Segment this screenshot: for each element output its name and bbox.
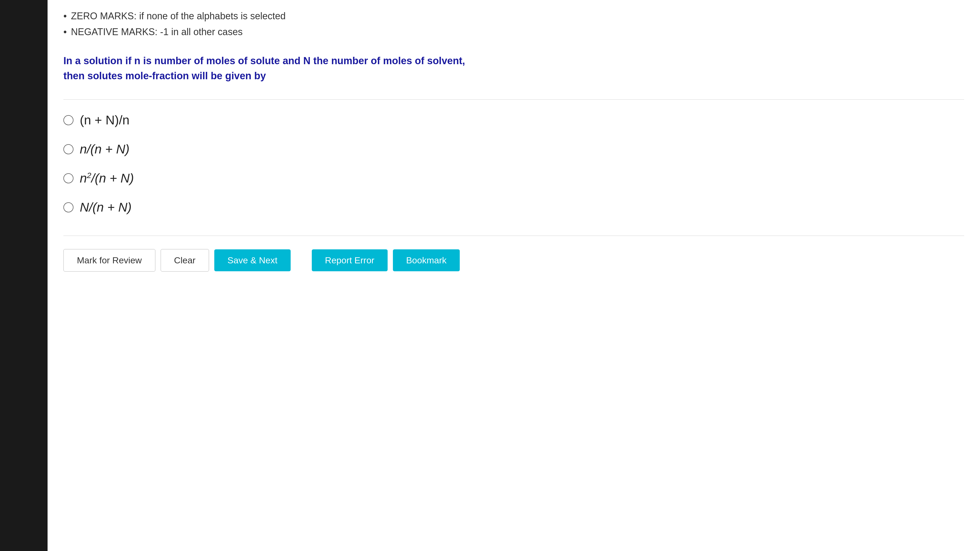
zero-marks-bullet: ZERO MARKS: if none of the alphabets is … <box>64 11 964 22</box>
left-sidebar <box>0 0 48 551</box>
option-d-radio[interactable] <box>64 202 73 212</box>
option-b[interactable]: n/(n + N) <box>64 142 964 156</box>
option-c-text: n2/(n + N) <box>80 171 134 186</box>
zero-marks-text: ZERO MARKS: if none of the alphabets is … <box>71 11 286 22</box>
option-b-radio[interactable] <box>64 144 73 154</box>
report-error-button[interactable]: Report Error <box>312 249 388 271</box>
option-d-text: N/(n + N) <box>80 200 132 214</box>
bookmark-button[interactable]: Bookmark <box>393 249 460 271</box>
clear-button[interactable]: Clear <box>161 249 209 272</box>
marking-scheme-bullets: ZERO MARKS: if none of the alphabets is … <box>64 11 964 38</box>
option-b-text: n/(n + N) <box>80 142 129 156</box>
option-a[interactable]: (n + N)/n <box>64 113 964 127</box>
save-next-button[interactable]: Save & Next <box>214 249 291 271</box>
mark-for-review-button[interactable]: Mark for Review <box>64 249 155 272</box>
option-a-text: (n + N)/n <box>80 113 129 127</box>
options-container: (n + N)/n n/(n + N) n2/(n + N) N/(n + N) <box>64 113 964 214</box>
negative-marks-text: NEGATIVE MARKS: -1 in all other cases <box>71 26 243 38</box>
question-text: In a solution if n is number of moles of… <box>64 53 486 84</box>
option-a-radio[interactable] <box>64 115 73 125</box>
action-buttons-row: Mark for Review Clear Save & Next Report… <box>64 249 964 272</box>
main-content-area: ZERO MARKS: if none of the alphabets is … <box>48 0 980 551</box>
divider-line <box>64 99 964 100</box>
option-c[interactable]: n2/(n + N) <box>64 171 964 186</box>
option-c-radio[interactable] <box>64 173 73 183</box>
option-d[interactable]: N/(n + N) <box>64 200 964 214</box>
negative-marks-bullet: NEGATIVE MARKS: -1 in all other cases <box>64 26 964 38</box>
